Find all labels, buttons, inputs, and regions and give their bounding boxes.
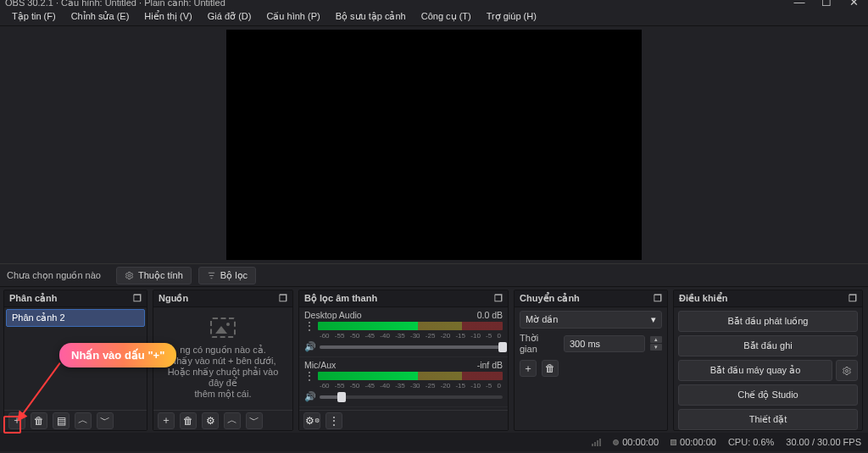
mute-button[interactable]: 🔊 (304, 391, 314, 402)
svg-point-1 (846, 369, 849, 372)
duration-input[interactable]: 300 ms (564, 335, 645, 352)
cpu-usage: CPU: 0.6% (728, 437, 774, 447)
vu-meter (318, 372, 503, 380)
remove-source-button[interactable]: 🗑 (180, 412, 197, 429)
remove-scene-button[interactable]: 🗑 (31, 412, 47, 429)
annotation-callout: Nhấn vào dấu "+" (59, 343, 176, 367)
controls-dock: Điều khiển ❐ Bắt đầu phát luồng Bắt đầu … (673, 290, 863, 431)
window-titlebar: OBS 30.2.1 · Cấu hình: Untitled · Plain … (0, 0, 868, 8)
properties-button[interactable]: Thuộc tính (116, 267, 192, 285)
sources-empty-line: thêm một cái. (195, 389, 252, 400)
channel-name: Mic/Aux (304, 360, 336, 370)
meter-ticks: -60-55-50-45-40-35-30-25-20-15-10-50 (318, 382, 503, 389)
scenes-title: Phân cảnh (9, 293, 58, 304)
menu-view[interactable]: Hiển thị (V) (137, 9, 198, 24)
mixer-title: Bộ lọc âm thanh (304, 293, 377, 304)
window-maximize-button[interactable]: ☐ (817, 0, 836, 8)
menu-edit[interactable]: Chỉnh sửa (E) (64, 9, 136, 24)
duration-step-up[interactable]: ▴ (650, 336, 662, 343)
channel-name: Desktop Audio (304, 310, 362, 320)
add-source-button[interactable]: ＋ (158, 412, 175, 429)
scene-item[interactable]: Phân cảnh 2 (6, 309, 145, 327)
add-transition-button[interactable]: ＋ (520, 360, 537, 377)
channel-menu-button[interactable]: ⋮ (304, 372, 313, 380)
virtual-cam-settings-button[interactable] (836, 360, 858, 381)
channel-level: -inf dB (477, 360, 503, 370)
filters-icon (207, 271, 216, 280)
controls-title: Điều khiển (679, 293, 727, 304)
preview-area (0, 26, 868, 263)
volume-slider[interactable] (320, 395, 503, 399)
menu-bar: Tập tin (F) Chỉnh sửa (E) Hiển thị (V) G… (0, 8, 868, 26)
fps-readout: 30.00 / 30.00 FPS (786, 437, 861, 447)
menu-file[interactable]: Tập tin (F) (5, 9, 63, 24)
mixer-popout-icon[interactable]: ❐ (494, 293, 503, 304)
menu-profile[interactable]: Cấu hình (P) (259, 9, 326, 24)
chevron-down-icon: ▾ (651, 314, 656, 325)
record-indicator-icon (670, 439, 676, 445)
sources-empty-line: ng có nguồn nào cả. (180, 345, 265, 356)
vu-meter (318, 322, 503, 330)
start-streaming-button[interactable]: Bắt đầu phát luồng (678, 311, 858, 332)
live-time: 00:00:00 (622, 437, 659, 447)
image-icon (210, 318, 236, 338)
volume-slider[interactable] (320, 345, 503, 349)
scenes-popout-icon[interactable]: ❐ (133, 293, 142, 304)
source-settings-button[interactable]: ⚙ (202, 412, 219, 429)
remove-transition-button[interactable]: 🗑 (542, 360, 559, 377)
move-scene-up-button[interactable]: ︿ (75, 412, 92, 429)
transitions-dock: Chuyển cảnh ❐ Mờ dần ▾ Thời gian 300 ms … (514, 290, 668, 431)
gear-icon (842, 366, 852, 376)
menu-help[interactable]: Trợ giúp (H) (480, 9, 543, 24)
mixer-menu-button[interactable]: ⋮ (326, 412, 342, 429)
sources-title: Nguồn (159, 293, 188, 304)
properties-label: Thuộc tính (138, 270, 183, 281)
channel-menu-button[interactable]: ⋮ (304, 322, 313, 330)
sources-empty-line: Hoặc nhấy chuột phải vào đây để (162, 367, 284, 389)
move-source-down-button[interactable]: ﹀ (246, 412, 263, 429)
gear-icon (125, 271, 134, 280)
sources-empty-line: Nhấy vào nút + bên dưới, (170, 356, 275, 367)
audio-mixer-dock: Bộ lọc âm thanh ❐ Desktop Audio 0.0 dB ⋮… (298, 290, 509, 431)
network-signal-icon (592, 439, 601, 446)
start-recording-button[interactable]: Bắt đầu ghi (678, 335, 858, 356)
settings-button[interactable]: Thiết đặt (678, 409, 858, 430)
duration-label: Thời gian (520, 333, 559, 354)
mixer-channel-desktop: Desktop Audio 0.0 dB ⋮ -60-55-50-45-40-3… (299, 307, 508, 357)
filters-label: Bộ lọc (220, 270, 248, 281)
mute-button[interactable]: 🔊 (304, 341, 314, 352)
move-scene-down-button[interactable]: ﹀ (97, 412, 114, 429)
menu-tools[interactable]: Công cụ (T) (415, 9, 478, 24)
live-indicator-icon (613, 439, 619, 445)
controls-popout-icon[interactable]: ❐ (849, 293, 857, 304)
mixer-advanced-button[interactable]: ⚙⚙ (303, 412, 320, 429)
transition-current: Mờ dần (526, 314, 558, 325)
preview-canvas[interactable] (226, 30, 642, 260)
transition-select[interactable]: Mờ dần ▾ (520, 311, 662, 329)
mixer-channel-mic: Mic/Aux -inf dB ⋮ -60-55-50-45-40-35-30-… (299, 357, 508, 407)
window-title: OBS 30.2.1 · Cấu hình: Untitled · Plain … (5, 0, 225, 8)
window-close-button[interactable]: ✕ (844, 0, 863, 8)
studio-mode-button[interactable]: Chế độ Studio (678, 384, 858, 406)
transitions-title: Chuyển cảnh (520, 293, 580, 304)
record-time: 00:00:00 (680, 437, 716, 447)
start-virtual-cam-button[interactable]: Bắt đầu máy quay ảo (678, 360, 832, 381)
context-status-label: Chưa chọn nguồn nào (7, 270, 101, 281)
sources-popout-icon[interactable]: ❐ (279, 293, 287, 304)
menu-docks[interactable]: Giá đỡ (D) (201, 9, 259, 24)
meter-ticks: -60-55-50-45-40-35-30-25-20-15-10-50 (318, 332, 503, 340)
status-bar: 00:00:00 00:00:00 CPU: 0.6% 30.00 / 30.0… (0, 433, 868, 451)
scene-filters-button[interactable]: ▤ (53, 412, 70, 429)
transitions-popout-icon[interactable]: ❐ (654, 293, 662, 304)
channel-level: 0.0 dB (477, 310, 503, 320)
svg-point-0 (128, 274, 131, 277)
move-source-up-button[interactable]: ︿ (224, 412, 241, 429)
menu-scene-collection[interactable]: Bộ sưu tập cảnh (329, 9, 413, 24)
filters-button[interactable]: Bộ lọc (198, 267, 256, 285)
duration-step-down[interactable]: ▾ (650, 344, 662, 351)
window-minimize-button[interactable]: — (790, 0, 809, 8)
source-context-bar: Chưa chọn nguồn nào Thuộc tính Bộ lọc (0, 263, 868, 287)
